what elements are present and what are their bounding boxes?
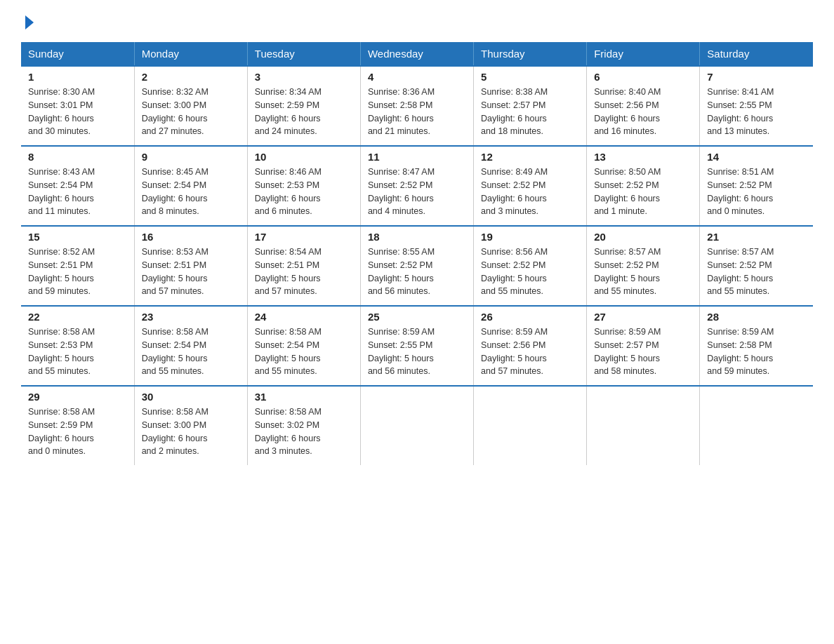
- day-number: 5: [481, 71, 579, 83]
- week-row-2: 8Sunrise: 8:43 AM Sunset: 2:54 PM Daylig…: [21, 146, 813, 226]
- day-cell: 31Sunrise: 8:58 AM Sunset: 3:02 PM Dayli…: [247, 386, 360, 465]
- day-number: 19: [481, 231, 579, 243]
- day-number: 10: [255, 151, 353, 163]
- day-cell: 1Sunrise: 8:30 AM Sunset: 3:01 PM Daylig…: [21, 66, 134, 146]
- day-cell: 25Sunrise: 8:59 AM Sunset: 2:55 PM Dayli…: [360, 306, 473, 386]
- day-number: 8: [28, 151, 127, 163]
- weekday-header-monday: Monday: [134, 42, 247, 66]
- day-cell: 9Sunrise: 8:45 AM Sunset: 2:54 PM Daylig…: [134, 146, 247, 226]
- day-cell: 3Sunrise: 8:34 AM Sunset: 2:59 PM Daylig…: [247, 66, 360, 146]
- week-row-1: 1Sunrise: 8:30 AM Sunset: 3:01 PM Daylig…: [21, 66, 813, 146]
- day-cell: 8Sunrise: 8:43 AM Sunset: 2:54 PM Daylig…: [21, 146, 134, 226]
- day-number: 7: [707, 71, 806, 83]
- weekday-header-sunday: Sunday: [21, 42, 134, 66]
- day-info: Sunrise: 8:49 AM Sunset: 2:52 PM Dayligh…: [481, 166, 579, 218]
- day-number: 14: [707, 151, 806, 163]
- header: [21, 14, 813, 29]
- day-cell: 14Sunrise: 8:51 AM Sunset: 2:52 PM Dayli…: [700, 146, 813, 226]
- day-info: Sunrise: 8:58 AM Sunset: 2:59 PM Dayligh…: [28, 405, 127, 458]
- day-cell: 27Sunrise: 8:59 AM Sunset: 2:57 PM Dayli…: [587, 306, 700, 386]
- day-cell: 29Sunrise: 8:58 AM Sunset: 2:59 PM Dayli…: [21, 386, 134, 465]
- day-info: Sunrise: 8:57 AM Sunset: 2:52 PM Dayligh…: [594, 246, 692, 298]
- day-info: Sunrise: 8:53 AM Sunset: 2:51 PM Dayligh…: [142, 246, 240, 298]
- day-number: 18: [368, 231, 466, 243]
- day-info: Sunrise: 8:55 AM Sunset: 2:52 PM Dayligh…: [368, 246, 466, 298]
- day-number: 25: [368, 311, 466, 323]
- day-info: Sunrise: 8:38 AM Sunset: 2:57 PM Dayligh…: [481, 86, 579, 138]
- day-info: Sunrise: 8:47 AM Sunset: 2:52 PM Dayligh…: [368, 166, 466, 218]
- day-cell: 13Sunrise: 8:50 AM Sunset: 2:52 PM Dayli…: [587, 146, 700, 226]
- day-number: 22: [28, 311, 127, 323]
- day-cell: 16Sunrise: 8:53 AM Sunset: 2:51 PM Dayli…: [134, 226, 247, 306]
- day-cell: 5Sunrise: 8:38 AM Sunset: 2:57 PM Daylig…: [474, 66, 587, 146]
- day-info: Sunrise: 8:54 AM Sunset: 2:51 PM Dayligh…: [255, 246, 353, 298]
- day-cell: 12Sunrise: 8:49 AM Sunset: 2:52 PM Dayli…: [474, 146, 587, 226]
- day-cell: [587, 386, 700, 465]
- day-number: 30: [142, 391, 240, 403]
- day-cell: 30Sunrise: 8:58 AM Sunset: 3:00 PM Dayli…: [134, 386, 247, 465]
- weekday-header-wednesday: Wednesday: [360, 42, 473, 66]
- calendar-body: 1Sunrise: 8:30 AM Sunset: 3:01 PM Daylig…: [21, 66, 813, 465]
- day-number: 1: [28, 71, 127, 83]
- day-cell: [474, 386, 587, 465]
- day-number: 12: [481, 151, 579, 163]
- day-number: 16: [142, 231, 240, 243]
- day-info: Sunrise: 8:41 AM Sunset: 2:55 PM Dayligh…: [707, 86, 806, 138]
- weekday-header-tuesday: Tuesday: [247, 42, 360, 66]
- day-number: 29: [28, 391, 127, 403]
- day-info: Sunrise: 8:57 AM Sunset: 2:52 PM Dayligh…: [707, 246, 806, 298]
- day-cell: 22Sunrise: 8:58 AM Sunset: 2:53 PM Dayli…: [21, 306, 134, 386]
- day-info: Sunrise: 8:59 AM Sunset: 2:58 PM Dayligh…: [707, 326, 806, 378]
- day-info: Sunrise: 8:59 AM Sunset: 2:57 PM Dayligh…: [594, 326, 692, 378]
- day-number: 11: [368, 151, 466, 163]
- day-info: Sunrise: 8:59 AM Sunset: 2:56 PM Dayligh…: [481, 326, 579, 378]
- calendar-header: SundayMondayTuesdayWednesdayThursdayFrid…: [21, 42, 813, 66]
- day-info: Sunrise: 8:32 AM Sunset: 3:00 PM Dayligh…: [142, 86, 240, 138]
- day-info: Sunrise: 8:30 AM Sunset: 3:01 PM Dayligh…: [28, 86, 127, 138]
- day-number: 17: [255, 231, 353, 243]
- day-info: Sunrise: 8:58 AM Sunset: 2:53 PM Dayligh…: [28, 326, 127, 378]
- day-cell: [360, 386, 473, 465]
- day-cell: 23Sunrise: 8:58 AM Sunset: 2:54 PM Dayli…: [134, 306, 247, 386]
- day-number: 20: [594, 231, 692, 243]
- day-number: 24: [255, 311, 353, 323]
- day-number: 13: [594, 151, 692, 163]
- day-info: Sunrise: 8:52 AM Sunset: 2:51 PM Dayligh…: [28, 246, 127, 298]
- day-info: Sunrise: 8:36 AM Sunset: 2:58 PM Dayligh…: [368, 86, 466, 138]
- day-number: 23: [142, 311, 240, 323]
- day-info: Sunrise: 8:58 AM Sunset: 3:02 PM Dayligh…: [255, 405, 353, 458]
- day-cell: 7Sunrise: 8:41 AM Sunset: 2:55 PM Daylig…: [700, 66, 813, 146]
- day-info: Sunrise: 8:40 AM Sunset: 2:56 PM Dayligh…: [594, 86, 692, 138]
- weekday-header-thursday: Thursday: [474, 42, 587, 66]
- day-cell: 11Sunrise: 8:47 AM Sunset: 2:52 PM Dayli…: [360, 146, 473, 226]
- day-cell: 2Sunrise: 8:32 AM Sunset: 3:00 PM Daylig…: [134, 66, 247, 146]
- day-cell: [700, 386, 813, 465]
- logo-arrow-icon: [25, 15, 34, 29]
- day-number: 27: [594, 311, 692, 323]
- day-number: 6: [594, 71, 692, 83]
- day-cell: 17Sunrise: 8:54 AM Sunset: 2:51 PM Dayli…: [247, 226, 360, 306]
- day-info: Sunrise: 8:58 AM Sunset: 3:00 PM Dayligh…: [142, 405, 240, 458]
- day-info: Sunrise: 8:34 AM Sunset: 2:59 PM Dayligh…: [255, 86, 353, 138]
- day-number: 4: [368, 71, 466, 83]
- weekday-header-row: SundayMondayTuesdayWednesdayThursdayFrid…: [21, 42, 813, 66]
- day-number: 15: [28, 231, 127, 243]
- day-info: Sunrise: 8:56 AM Sunset: 2:52 PM Dayligh…: [481, 246, 579, 298]
- day-info: Sunrise: 8:59 AM Sunset: 2:55 PM Dayligh…: [368, 326, 466, 378]
- day-cell: 24Sunrise: 8:58 AM Sunset: 2:54 PM Dayli…: [247, 306, 360, 386]
- day-cell: 19Sunrise: 8:56 AM Sunset: 2:52 PM Dayli…: [474, 226, 587, 306]
- day-number: 28: [707, 311, 806, 323]
- day-cell: 28Sunrise: 8:59 AM Sunset: 2:58 PM Dayli…: [700, 306, 813, 386]
- day-info: Sunrise: 8:43 AM Sunset: 2:54 PM Dayligh…: [28, 166, 127, 218]
- weekday-header-saturday: Saturday: [700, 42, 813, 66]
- day-number: 3: [255, 71, 353, 83]
- day-cell: 21Sunrise: 8:57 AM Sunset: 2:52 PM Dayli…: [700, 226, 813, 306]
- day-cell: 4Sunrise: 8:36 AM Sunset: 2:58 PM Daylig…: [360, 66, 473, 146]
- logo: [21, 14, 34, 29]
- day-cell: 6Sunrise: 8:40 AM Sunset: 2:56 PM Daylig…: [587, 66, 700, 146]
- week-row-4: 22Sunrise: 8:58 AM Sunset: 2:53 PM Dayli…: [21, 306, 813, 386]
- day-number: 26: [481, 311, 579, 323]
- day-cell: 18Sunrise: 8:55 AM Sunset: 2:52 PM Dayli…: [360, 226, 473, 306]
- day-number: 9: [142, 151, 240, 163]
- day-info: Sunrise: 8:50 AM Sunset: 2:52 PM Dayligh…: [594, 166, 692, 218]
